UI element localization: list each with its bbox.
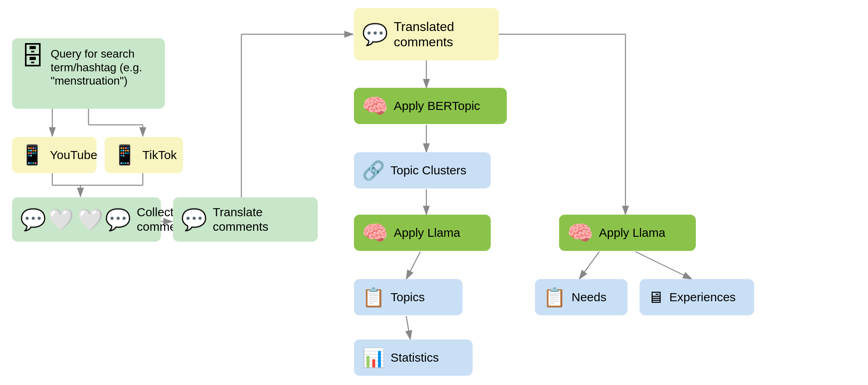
collect-node: 💬🤍🤍💬 Collect comments: [12, 197, 161, 242]
llama-right-label: Apply Llama: [599, 226, 665, 240]
translate-node: 💬 Translate comments: [173, 197, 318, 242]
llama-left-icon: 🧠: [362, 222, 388, 243]
needs-icon: 📋: [543, 288, 566, 306]
statistics-label: Statistics: [391, 350, 439, 365]
tiktok-label: TikTok: [142, 148, 177, 162]
svg-line-17: [406, 252, 420, 279]
collect-icon: 💬🤍🤍💬: [20, 207, 131, 232]
translated-icon: 💬: [362, 24, 388, 45]
topic-clusters-node: 🔗 Topic Clusters: [354, 152, 491, 188]
svg-line-19: [579, 252, 599, 279]
translated-label: Translated comments: [394, 19, 491, 50]
diagram: 🗄 Query for search term/hashtag (e.g. "m…: [0, 0, 868, 385]
tiktok-node: 📱 TikTok: [105, 137, 183, 173]
llama-left-node: 🧠 Apply Llama: [354, 215, 491, 251]
llama-left-label: Apply Llama: [394, 226, 460, 240]
youtube-icon: 📱: [20, 145, 44, 165]
youtube-label: YouTube: [50, 148, 97, 162]
translated-comments-node: 💬 Translated comments: [354, 8, 499, 60]
llama-right-node: 🧠 Apply Llama: [559, 215, 696, 251]
topic-clusters-label: Topic Clusters: [391, 163, 466, 178]
bertopic-node: 🧠 Apply BERTopic: [354, 88, 507, 124]
needs-label: Needs: [572, 290, 607, 304]
database-icon: 🗄: [20, 44, 45, 69]
needs-node: 📋 Needs: [535, 279, 627, 315]
llama-right-icon: 🧠: [567, 222, 593, 243]
svg-line-18: [406, 316, 410, 339]
statistics-icon: 📊: [362, 348, 385, 367]
svg-line-20: [636, 252, 692, 279]
database-label: Query for search term/hashtag (e.g. "men…: [51, 44, 157, 88]
experiences-icon: 🖥: [648, 289, 664, 305]
tiktok-icon: 📱: [113, 145, 137, 165]
topics-icon: 📋: [362, 288, 385, 306]
topics-label: Topics: [391, 290, 425, 304]
bertopic-label: Apply BERTopic: [394, 99, 480, 113]
experiences-label: Experiences: [669, 290, 736, 304]
statistics-node: 📊 Statistics: [354, 339, 473, 376]
translate-label: Translate comments: [213, 205, 310, 234]
youtube-node: 📱 YouTube: [12, 137, 97, 173]
experiences-node: 🖥 Experiences: [640, 279, 754, 315]
database-node: 🗄 Query for search term/hashtag (e.g. "m…: [12, 38, 165, 109]
cluster-icon: 🔗: [362, 161, 385, 180]
topics-node: 📋 Topics: [354, 279, 463, 315]
bertopic-icon: 🧠: [362, 95, 388, 116]
translate-icon: 💬: [181, 209, 207, 230]
